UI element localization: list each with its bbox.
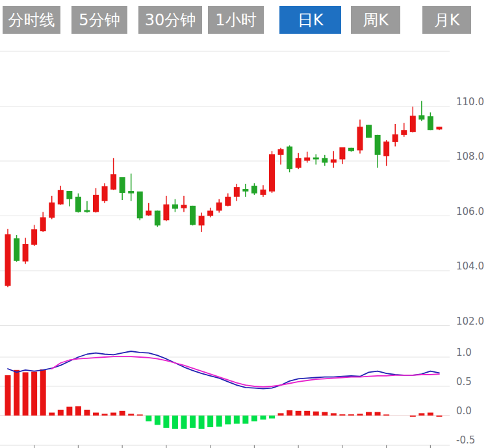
axis-label: 102.0	[456, 316, 484, 327]
axis-label: 104.0	[456, 260, 484, 272]
axis-label: 110.0	[456, 96, 484, 108]
candlestick-series	[5, 101, 443, 287]
axis-label: 108.0	[456, 151, 484, 162]
axis-label: 0.0	[456, 405, 472, 417]
axis-label: -0.5	[456, 434, 475, 446]
axis-label: 0.5	[456, 376, 472, 388]
kline-chart-canvas[interactable]: 110.0108.0106.0104.0102.01.00.50.0-0.5	[0, 0, 488, 448]
x-axis	[0, 445, 450, 448]
stock-chart-app: 分时线 5分钟 30分钟 1小时 日K 周K 月K 110.0108.0106.…	[0, 0, 488, 448]
axis-label: 106.0	[456, 206, 484, 218]
macd-axis-labels: 1.00.50.0-0.5	[456, 347, 475, 446]
price-axis-labels: 110.0108.0106.0104.0102.0	[456, 96, 484, 327]
axis-label: 1.0	[456, 347, 472, 358]
